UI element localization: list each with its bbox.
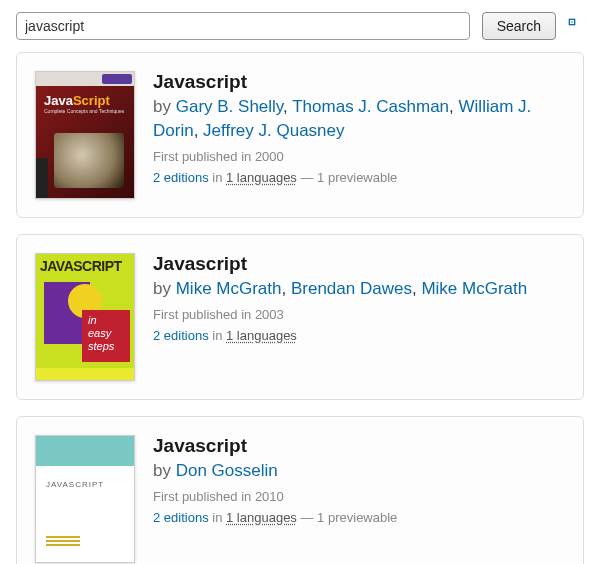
book-info: Javascriptby Gary B. Shelly, Thomas J. C…	[153, 71, 565, 199]
languages-text[interactable]: 1 languages	[226, 328, 297, 343]
book-title[interactable]: Javascript	[153, 435, 565, 457]
book-authors: by Don Gosselin	[153, 459, 565, 483]
by-label: by	[153, 279, 171, 298]
search-button[interactable]: Search	[482, 12, 556, 40]
book-cover[interactable]: JAVASCRIPTineasysteps	[35, 253, 135, 381]
separator-dash: —	[297, 510, 317, 525]
book-cover[interactable]: JavaScriptComplete Concepts and Techniqu…	[35, 71, 135, 199]
result-card: JAVASCRIPTJavascriptby Don GosselinFirst…	[16, 416, 584, 564]
results-list: JavaScriptComplete Concepts and Techniqu…	[0, 52, 600, 564]
author-link[interactable]: Gary B. Shelly	[176, 97, 283, 116]
editions-link[interactable]: 2 editions	[153, 170, 209, 185]
author-link[interactable]: Jeffrey J. Quasney	[203, 121, 344, 140]
book-authors: by Mike McGrath, Brendan Dawes, Mike McG…	[153, 277, 565, 301]
search-bar: Search	[0, 0, 600, 52]
first-published: First published in 2010	[153, 489, 565, 504]
book-meta: 2 editions in 1 languages	[153, 328, 565, 343]
book-title[interactable]: Javascript	[153, 71, 565, 93]
book-info: Javascriptby Don GosselinFirst published…	[153, 435, 565, 563]
qr-code-icon[interactable]	[568, 18, 584, 34]
svg-rect-1	[571, 21, 572, 22]
author-link[interactable]: Mike McGrath	[176, 279, 282, 298]
previewable-text: 1 previewable	[317, 170, 397, 185]
book-meta: 2 editions in 1 languages — 1 previewabl…	[153, 170, 565, 185]
book-authors: by Gary B. Shelly, Thomas J. Cashman, Wi…	[153, 95, 565, 143]
author-link[interactable]: Don Gosselin	[176, 461, 278, 480]
book-title[interactable]: Javascript	[153, 253, 565, 275]
languages-text[interactable]: 1 languages	[226, 170, 297, 185]
author-link[interactable]: Brendan Dawes	[291, 279, 412, 298]
first-published: First published in 2000	[153, 149, 565, 164]
in-label: in	[212, 510, 222, 525]
by-label: by	[153, 461, 171, 480]
editions-link[interactable]: 2 editions	[153, 510, 209, 525]
editions-link[interactable]: 2 editions	[153, 328, 209, 343]
search-input[interactable]	[16, 12, 470, 40]
in-label: in	[212, 328, 222, 343]
first-published: First published in 2003	[153, 307, 565, 322]
book-cover[interactable]: JAVASCRIPT	[35, 435, 135, 563]
result-card: JavaScriptComplete Concepts and Techniqu…	[16, 52, 584, 218]
author-link[interactable]: Thomas J. Cashman	[292, 97, 449, 116]
in-label: in	[212, 170, 222, 185]
author-link[interactable]: Mike McGrath	[421, 279, 527, 298]
book-info: Javascriptby Mike McGrath, Brendan Dawes…	[153, 253, 565, 381]
previewable-text: 1 previewable	[317, 510, 397, 525]
languages-text[interactable]: 1 languages	[226, 510, 297, 525]
book-meta: 2 editions in 1 languages — 1 previewabl…	[153, 510, 565, 525]
separator-dash: —	[297, 170, 317, 185]
by-label: by	[153, 97, 171, 116]
result-card: JAVASCRIPTineasystepsJavascriptby Mike M…	[16, 234, 584, 400]
